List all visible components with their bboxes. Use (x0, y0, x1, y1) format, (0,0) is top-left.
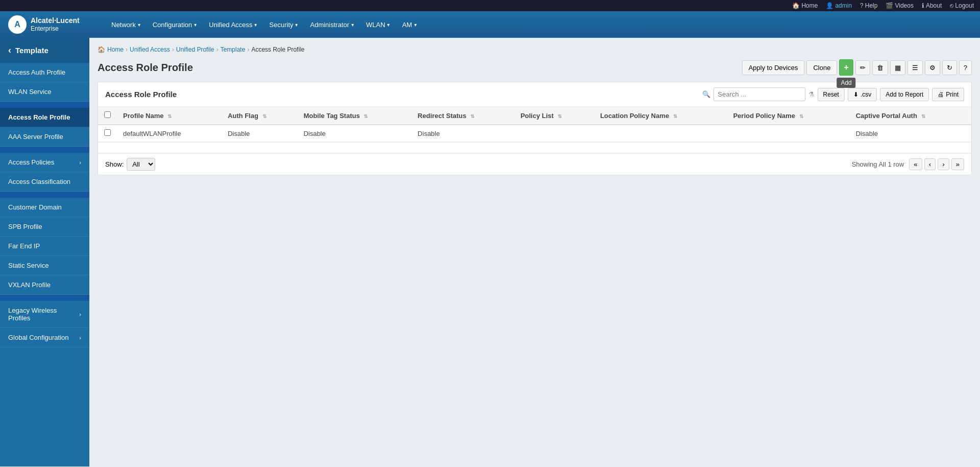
page-next-button[interactable]: › (938, 158, 949, 170)
cell-period-policy-name (727, 125, 850, 142)
user-icon: 👤 (826, 2, 833, 9)
col-header-captive-portal-auth[interactable]: Captive Portal Auth ⇅ (850, 107, 971, 125)
table-view-button[interactable]: ▦ (890, 60, 905, 75)
list-view-button[interactable]: ☰ (907, 60, 923, 75)
chevron-down-icon: ▾ (387, 22, 390, 28)
sidebar-item-far-end-ip[interactable]: Far End IP (0, 237, 89, 256)
nav-am[interactable]: AM ▾ (396, 14, 423, 36)
sidebar-divider-4 (0, 295, 89, 301)
csv-button[interactable]: ⬇ .csv (848, 88, 877, 101)
nav-security[interactable]: Security ▾ (263, 14, 304, 36)
add-to-report-button[interactable]: Add to Report (880, 88, 929, 101)
logout-link[interactable]: ⎋ Logout (950, 2, 974, 9)
print-icon: 🖨 (938, 91, 944, 98)
home-link[interactable]: 🏠 Home (792, 2, 818, 9)
nav-wlan[interactable]: WLAN ▾ (360, 14, 396, 36)
col-header-mobile-tag-status[interactable]: Mobile Tag Status ⇅ (297, 107, 411, 125)
row-checkbox[interactable] (104, 129, 111, 136)
col-header-period-policy-name[interactable]: Period Policy Name ⇅ (727, 107, 850, 125)
show-label: Show: (105, 160, 124, 168)
data-table: Profile Name ⇅ Auth Flag ⇅ Mobile Tag St… (98, 107, 971, 142)
about-link[interactable]: ℹ About (922, 2, 942, 9)
pagination: Showing All 1 row « ‹ › » (852, 158, 964, 170)
sidebar-item-spb-profile[interactable]: SPB Profile (0, 217, 89, 237)
breadcrumb-unified-access[interactable]: Unified Access (130, 46, 170, 53)
page-prev-button[interactable]: ‹ (924, 158, 936, 170)
edit-button[interactable]: ✏ (855, 60, 870, 75)
select-all-checkbox[interactable] (104, 111, 111, 118)
table-wrapper: Profile Name ⇅ Auth Flag ⇅ Mobile Tag St… (98, 107, 971, 142)
sidebar-divider-3 (0, 192, 89, 198)
nav-configuration[interactable]: Configuration ▾ (147, 14, 203, 36)
add-button[interactable]: + (839, 59, 853, 76)
header: A Alcatel·Lucent Enterprise Network ▾ Co… (0, 11, 980, 38)
panel-footer: Show: All 10 25 50 100 Showing All 1 row… (98, 153, 971, 175)
showing-text: Showing All 1 row (852, 160, 904, 168)
help-button[interactable]: ? (959, 60, 972, 75)
videos-link[interactable]: 🎬 Videos (886, 2, 913, 9)
page-last-button[interactable]: » (951, 158, 964, 170)
brand-text: Alcatel·Lucent Enterprise (31, 16, 80, 33)
print-button[interactable]: 🖨 Print (932, 88, 964, 101)
page-first-button[interactable]: « (909, 158, 922, 170)
chevron-down-icon: ▾ (295, 22, 298, 28)
nav-network[interactable]: Network ▾ (105, 14, 147, 36)
help-link[interactable]: ? Help (860, 2, 877, 9)
nav-administrator[interactable]: Administrator ▾ (304, 14, 360, 36)
apply-to-devices-button[interactable]: Apply to Devices (742, 60, 805, 75)
col-header-profile-name[interactable]: Profile Name ⇅ (117, 107, 222, 125)
cell-policy-list (514, 125, 594, 142)
table-row: defaultWLANProfile Disable Disable Disab… (98, 125, 971, 142)
breadcrumb-unified-profile[interactable]: Unified Profile (176, 46, 214, 53)
delete-button[interactable]: 🗑 (872, 60, 888, 75)
col-header-policy-list[interactable]: Policy List ⇅ (514, 107, 594, 125)
search-icon: 🔍 (702, 90, 710, 98)
sidebar-item-access-classification[interactable]: Access Classification (0, 172, 89, 192)
col-header-auth-flag[interactable]: Auth Flag ⇅ (222, 107, 297, 125)
main-panel: Access Role Profile 🔍 ⚗ Reset ⬇ .csv Add… (98, 82, 972, 175)
sidebar-item-wlan-service[interactable]: WLAN Service (0, 82, 89, 102)
reset-button[interactable]: Reset (818, 88, 845, 101)
sidebar-item-global-configuration[interactable]: Global Configuration › (0, 328, 89, 347)
sidebar-item-access-role-profile[interactable]: Access Role Profile (0, 108, 89, 127)
col-header-location-policy-name[interactable]: Location Policy Name ⇅ (594, 107, 727, 125)
sidebar-item-aaa-server-profile[interactable]: AAA Server Profile (0, 127, 89, 147)
refresh-icon: ↻ (947, 64, 952, 72)
clone-button[interactable]: Clone (806, 60, 837, 75)
chevron-down-icon: ▾ (194, 22, 197, 28)
chevron-right-icon: › (79, 335, 81, 341)
settings-button[interactable]: ⚙ (925, 60, 940, 75)
filter-icon: ⚗ (808, 90, 815, 98)
show-control: Show: All 10 25 50 100 (105, 158, 155, 171)
add-tooltip: Add (836, 78, 855, 88)
logo-icon: A (8, 15, 27, 34)
breadcrumb-sep-1: › (126, 46, 128, 53)
nav-unified-access[interactable]: Unified Access ▾ (203, 14, 263, 36)
sidebar-item-access-auth-profile[interactable]: Access Auth Profile (0, 63, 89, 82)
sidebar-item-customer-domain[interactable]: Customer Domain (0, 198, 89, 217)
sidebar-item-vxlan-profile[interactable]: VXLAN Profile (0, 275, 89, 295)
home-breadcrumb-icon: 🏠 (98, 46, 105, 53)
sidebar-item-static-service[interactable]: Static Service (0, 256, 89, 275)
col-checkbox (98, 107, 117, 125)
help-icon: ? (860, 2, 864, 9)
logout-icon: ⎋ (950, 2, 953, 9)
cell-captive-portal-auth: Disable (850, 125, 971, 142)
back-arrow-icon[interactable]: ‹ (8, 45, 11, 56)
breadcrumb-template[interactable]: Template (220, 46, 245, 53)
chevron-down-icon: ▾ (351, 22, 354, 28)
col-header-redirect-status[interactable]: Redirect Status ⇅ (412, 107, 514, 125)
sidebar-item-legacy-wireless-profiles[interactable]: Legacy Wireless Profiles › (0, 301, 89, 328)
download-icon: ⬇ (853, 91, 858, 98)
breadcrumb-home[interactable]: Home (107, 46, 124, 53)
gear-icon: ⚙ (929, 64, 936, 72)
horizontal-scrollbar[interactable] (98, 142, 971, 153)
admin-link[interactable]: 👤 admin (826, 2, 852, 9)
search-input[interactable] (713, 87, 805, 101)
show-select[interactable]: All 10 25 50 100 (127, 158, 155, 171)
info-icon: ℹ (922, 2, 924, 9)
sidebar-item-access-policies[interactable]: Access Policies › (0, 153, 89, 172)
refresh-button[interactable]: ↻ (942, 60, 957, 75)
panel-tools: 🔍 ⚗ Reset ⬇ .csv Add to Report 🖨 (702, 87, 964, 101)
main-layout: ‹ Template Access Auth Profile WLAN Serv… (0, 38, 980, 466)
